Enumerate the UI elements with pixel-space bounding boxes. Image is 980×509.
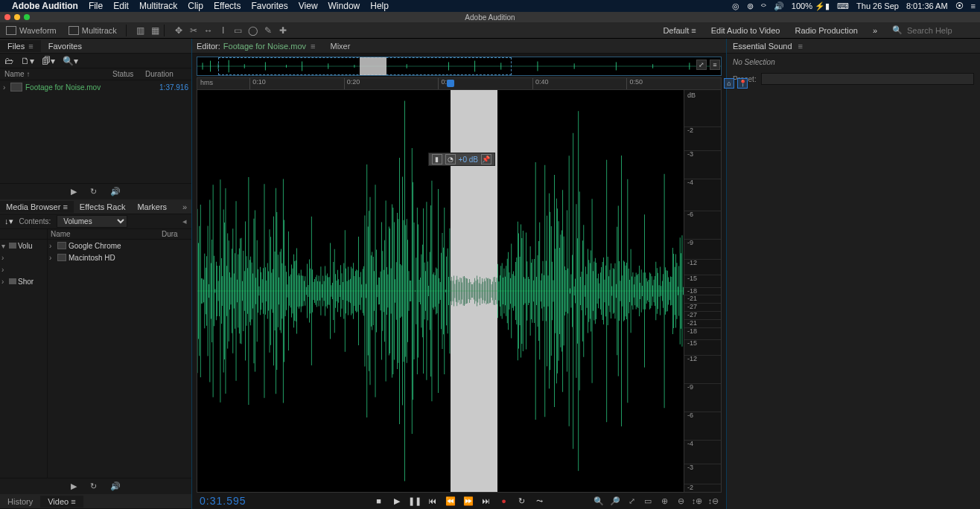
panel-menu-icon[interactable]: ≡	[71, 497, 75, 506]
timecode-display[interactable]: 0:31.595	[200, 495, 246, 507]
col-duration[interactable]: Duration	[145, 70, 187, 78]
status-time[interactable]: 8:01:36 AM	[906, 1, 948, 10]
window-close-button[interactable]	[4, 14, 10, 20]
preview-loop-button[interactable]: ↻	[90, 187, 97, 196]
tree-row[interactable]: ›Shor	[0, 275, 47, 287]
spectral-frequency-toggle[interactable]: ▥	[136, 25, 146, 36]
record-button[interactable]: ●	[499, 496, 509, 506]
zoom-navigator-icon[interactable]: ⤢	[696, 60, 707, 70]
tree-row[interactable]: ›	[0, 252, 47, 263]
status-cc-icon[interactable]: ⊚	[747, 1, 754, 11]
menu-favorites[interactable]: Favorites	[251, 1, 287, 11]
zoom-selection[interactable]: ▭	[643, 496, 653, 506]
expand-icon[interactable]: ›	[3, 83, 10, 92]
marquee-tool[interactable]: ▭	[233, 25, 244, 36]
workspace-more[interactable]: »	[873, 26, 877, 35]
panel-menu-icon[interactable]: ≡	[798, 42, 803, 51]
move-tool[interactable]: ✥	[174, 25, 184, 36]
tab-media-browser[interactable]: Media Browser ≡	[0, 201, 74, 213]
status-record-icon[interactable]: ◎	[732, 1, 739, 11]
status-date[interactable]: Thu 26 Sep	[856, 1, 899, 10]
col-name[interactable]: Name ↑	[4, 70, 112, 78]
search-input[interactable]	[907, 26, 974, 35]
menu-window[interactable]: Window	[328, 1, 360, 11]
slip-tool[interactable]: ↔	[203, 25, 214, 36]
menu-multitrack[interactable]: Multitrack	[139, 1, 177, 11]
filter-icon[interactable]: ◂	[182, 217, 187, 226]
tree-row[interactable]: ▾Volu	[0, 240, 47, 252]
preview-autoplay-button[interactable]: 🔊	[110, 187, 121, 196]
forward-end-button[interactable]: ⏭	[481, 496, 491, 506]
tab-mixer[interactable]: Mixer	[331, 42, 351, 51]
overview-selection[interactable]	[360, 57, 386, 75]
hud-bars-icon[interactable]: ▮	[432, 154, 442, 164]
skip-selection-button[interactable]: ⤳	[535, 496, 545, 506]
menu-help[interactable]: Help	[370, 1, 389, 11]
col-dura[interactable]: Dura	[162, 230, 188, 238]
panel-menu-icon[interactable]: ≡	[28, 42, 33, 51]
tab-effects-rack[interactable]: Effects Rack	[74, 201, 132, 213]
window-minimize-button[interactable]	[14, 14, 20, 20]
zoom-in-time[interactable]: 🔍	[594, 496, 604, 506]
col-status[interactable]: Status	[112, 70, 145, 78]
file-row[interactable]: › Footage for Noise.mov 1:37.916	[0, 80, 191, 94]
preview-play-button[interactable]: ▶	[71, 187, 77, 196]
snap-toggle[interactable]: ⌂	[724, 78, 734, 89]
rewind-start-button[interactable]: ⏮	[427, 496, 438, 506]
rewind-button[interactable]: ⏪	[445, 496, 456, 506]
zoom-out-point[interactable]: ⊖	[675, 496, 686, 506]
tab-history[interactable]: History	[0, 496, 40, 508]
hud-pin-icon[interactable]: 📌	[481, 154, 491, 164]
menu-edit[interactable]: Edit	[113, 1, 129, 11]
tab-video[interactable]: Video ≡	[40, 496, 83, 508]
spectral-pitch-toggle[interactable]: ▦	[150, 25, 161, 36]
time-ruler[interactable]: hms 0:10 0:20 0:30 0:40 0:50 ⌂📍	[197, 77, 722, 89]
files-column-headers[interactable]: Name ↑ Status Duration	[0, 68, 191, 80]
hud-gain-value[interactable]: +0 dB	[459, 156, 478, 164]
new-file-button[interactable]: 🗋▾	[21, 56, 34, 66]
status-wifi-icon[interactable]: ⌔	[761, 1, 766, 10]
tab-markers[interactable]: Markers	[131, 201, 173, 213]
window-zoom-button[interactable]	[24, 14, 30, 20]
preview-autoplay-button[interactable]: 🔊	[110, 481, 121, 491]
contents-dropdown[interactable]: Volumes	[57, 215, 127, 228]
waveform-display[interactable]: ▮ ◔ +0 dB 📌 dB -2-3-4-6-9-12-15-18-21-27…	[197, 89, 722, 493]
razor-tool[interactable]: ✂	[188, 25, 199, 36]
menu-view[interactable]: View	[299, 1, 318, 11]
status-notifications-icon[interactable]: ≡	[971, 1, 976, 10]
playhead[interactable]	[447, 80, 454, 87]
workspace-default[interactable]: Default ≡	[663, 26, 696, 35]
list-item[interactable]: ›Google Chrome	[48, 240, 191, 252]
workspace-edit-audio-video[interactable]: Edit Audio to Video	[711, 26, 780, 35]
col-name[interactable]: Name	[51, 230, 162, 238]
brush-tool[interactable]: ✎	[263, 25, 273, 36]
zoom-in-point[interactable]: ⊕	[659, 496, 669, 506]
zoom-out-time[interactable]: 🔎	[610, 496, 620, 506]
heal-tool[interactable]: ✚	[278, 25, 288, 36]
forward-button[interactable]: ⏩	[463, 496, 474, 506]
overview-navigator[interactable]	[197, 57, 722, 76]
shortcuts-icon[interactable]: ↓▾	[4, 217, 13, 226]
preset-dropdown[interactable]	[761, 73, 974, 85]
view-waveform-button[interactable]: Waveform	[0, 25, 63, 36]
tree-row[interactable]: ›	[0, 263, 47, 275]
workspace-radio-production[interactable]: Radio Production	[795, 26, 857, 35]
zoom-in-amp[interactable]: ↕⊕	[692, 496, 702, 506]
pause-button[interactable]: ❚❚	[410, 496, 420, 506]
app-name[interactable]: Adobe Audition	[12, 1, 78, 11]
status-volume-icon[interactable]: 🔊	[774, 1, 784, 11]
gain-hud[interactable]: ▮ ◔ +0 dB 📌	[428, 153, 495, 166]
panel-menu-icon[interactable]: ≡	[63, 202, 67, 211]
tab-files[interactable]: Files ≡	[0, 40, 41, 52]
status-battery[interactable]: 100% ⚡▮	[792, 1, 830, 11]
hud-clock-icon[interactable]: ◔	[445, 154, 456, 164]
pin-toggle[interactable]: 📍	[737, 78, 748, 89]
menu-clip[interactable]: Clip	[188, 1, 203, 11]
time-selection-tool[interactable]: I	[218, 25, 229, 36]
search-files-button[interactable]: 🔍▾	[63, 56, 78, 66]
panel-overflow[interactable]: »	[178, 202, 191, 211]
preview-loop-button[interactable]: ↻	[90, 481, 97, 491]
panel-menu-icon[interactable]: ≡	[311, 42, 315, 51]
view-multitrack-button[interactable]: Multitrack	[63, 25, 123, 36]
import-button[interactable]: 🗐▾	[42, 56, 55, 66]
